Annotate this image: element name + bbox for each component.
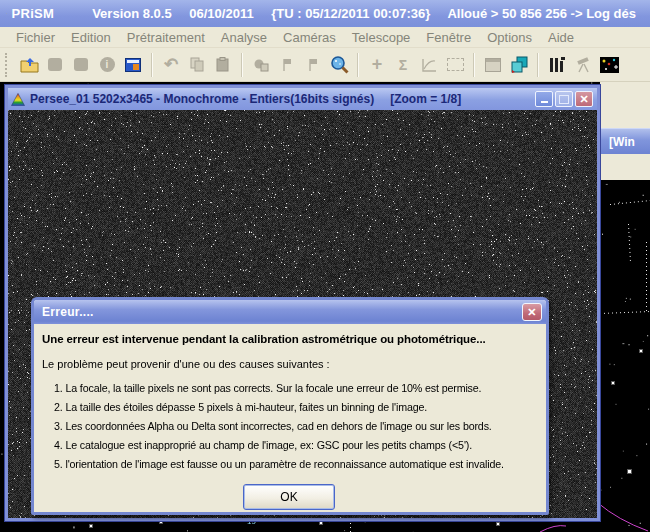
mdi-workspace: [Win Persee_01 5202x3465 - Monochrome - … xyxy=(0,82,650,532)
menu-item-edition[interactable]: Edition xyxy=(63,30,119,45)
menubar: Fichier Edition Prétraitement Analyse Ca… xyxy=(0,27,650,48)
sum-icon: Σ xyxy=(392,53,414,77)
close-button[interactable]: ✕ xyxy=(575,91,593,107)
crosshair-icon: + xyxy=(366,53,388,77)
background-window-titlebar[interactable]: [Win xyxy=(600,128,650,154)
app-name: PRiSM xyxy=(11,6,54,21)
prism-app-window: PRiSM Version 8.0.5 06/10/2011 {TU : 05/… xyxy=(0,0,650,532)
save-icon xyxy=(44,53,66,77)
copy-icon xyxy=(186,53,208,77)
error-cause-list: 1. La focale, la taille pixels ne sont p… xyxy=(42,379,536,474)
app-version: Version 8.0.5 xyxy=(92,6,172,21)
dialog-close-icon[interactable]: ✕ xyxy=(522,303,542,321)
minimize-button[interactable] xyxy=(535,91,553,107)
background-window-panel xyxy=(600,82,650,128)
button-row: OK xyxy=(42,484,536,510)
error-heading: Une erreur est intervenue pendant la cal… xyxy=(42,333,536,345)
background-window-toolbar xyxy=(600,154,650,180)
menu-item-telescope[interactable]: Telescope xyxy=(344,30,419,45)
toolbar-separator xyxy=(357,53,359,77)
toolbar: i ↶ + Σ xyxy=(0,48,650,82)
error-dialog-title: Erreur.... xyxy=(42,305,94,319)
undo-icon: ↶ xyxy=(160,53,182,77)
paste-icon xyxy=(212,53,234,77)
app-title-info: Version 8.0.5 06/10/2011 {TU : 05/12/201… xyxy=(92,6,650,21)
app-universal-time: {TU : 05/12/2011 00:07:36} xyxy=(271,6,430,21)
error-cause-4: 4. Le catalogue est inapproprié au champ… xyxy=(42,436,536,455)
toolbar-separator xyxy=(473,53,475,77)
menu-item-pretraitement[interactable]: Prétraitement xyxy=(119,30,213,45)
app-memory-status: Alloué > 50 856 256 -> Log dés xyxy=(447,6,636,21)
histogram-icon[interactable] xyxy=(546,53,568,77)
info-icon: i xyxy=(96,53,118,77)
app-build-date: 06/10/2011 xyxy=(189,6,253,21)
window-icon xyxy=(482,53,504,77)
menu-item-fichier[interactable]: Fichier xyxy=(8,30,63,45)
new-window-icon[interactable] xyxy=(122,53,144,77)
image-window-zoom-level: [Zoom = 1/8] xyxy=(390,92,461,106)
error-cause-3: 3. Les coordonnées Alpha ou Delta sont i… xyxy=(42,417,536,436)
flag-2-icon xyxy=(302,53,324,77)
error-cause-1: 1. La focale, la taille pixels ne sont p… xyxy=(42,379,536,398)
error-cause-2: 2. La taille des étoiles dépasse 5 pixel… xyxy=(42,398,536,417)
save-copy-icon xyxy=(70,53,92,77)
error-dialog-titlebar[interactable]: Erreur.... ✕ xyxy=(34,300,546,324)
star-map-icon[interactable] xyxy=(598,53,620,77)
menu-item-analyse[interactable]: Analyse xyxy=(213,30,275,45)
plot-icon xyxy=(418,53,440,77)
flag-1-icon xyxy=(276,53,298,77)
open-folder-icon[interactable] xyxy=(18,53,40,77)
background-window-title: [Win xyxy=(609,135,635,149)
error-dialog-body: Une erreur est intervenue pendant la cal… xyxy=(34,324,546,510)
prism-window-icon xyxy=(11,93,25,106)
menu-item-aide[interactable]: Aide xyxy=(540,30,582,45)
error-intro: Le problème peut provenir d'une ou des c… xyxy=(42,358,536,370)
menu-item-cameras[interactable]: Caméras xyxy=(275,30,344,45)
image-window-title: Persee_01 5202x3465 - Monochrome - Entie… xyxy=(30,92,374,106)
error-cause-5: 5. l'orientation de l'image est fausse o… xyxy=(42,455,536,474)
app-titlebar[interactable]: PRiSM Version 8.0.5 06/10/2011 {TU : 05/… xyxy=(0,0,650,27)
menu-item-options[interactable]: Options xyxy=(479,30,540,45)
maximize-button xyxy=(555,91,573,107)
selection-icon xyxy=(444,53,466,77)
toolbar-separator xyxy=(151,53,153,77)
toolbar-separator xyxy=(241,53,243,77)
erase-icon xyxy=(250,53,272,77)
toolbar-separator xyxy=(537,53,539,77)
error-dialog: Erreur.... ✕ Une erreur est intervenue p… xyxy=(31,297,549,515)
cascade-windows-icon[interactable] xyxy=(508,53,530,77)
ok-button[interactable]: OK xyxy=(243,484,335,510)
image-window-titlebar[interactable]: Persee_01 5202x3465 - Monochrome - Entie… xyxy=(8,88,597,110)
zoom-sky-icon[interactable] xyxy=(328,53,350,77)
toolbar-drag-handle[interactable] xyxy=(5,53,10,77)
telescope-icon xyxy=(572,53,594,77)
window-buttons: ✕ xyxy=(535,91,593,107)
menu-item-fenetre[interactable]: Fenêtre xyxy=(418,30,479,45)
